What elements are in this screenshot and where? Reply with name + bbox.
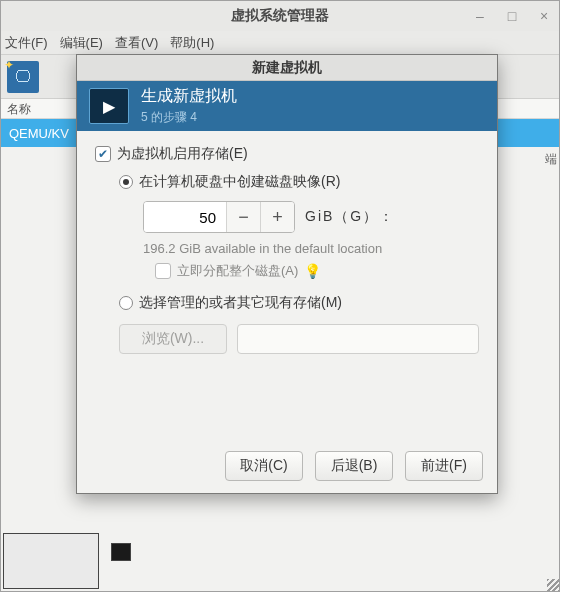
managed-storage-label: 选择管理的或者其它现有存储(M) xyxy=(139,294,342,312)
cancel-button[interactable]: 取消(C) xyxy=(225,451,303,481)
browse-button: 浏览(W)... xyxy=(119,324,227,354)
increment-button[interactable]: + xyxy=(260,202,294,232)
banner-heading: 生成新虚拟机 xyxy=(141,86,237,107)
resize-grip-icon[interactable] xyxy=(547,579,559,591)
available-space-hint: 196.2 GiB available in the default locat… xyxy=(143,241,479,256)
vm-banner-icon: ▶ xyxy=(89,88,129,124)
managed-storage-radio[interactable] xyxy=(119,296,133,310)
banner-step: 5 的步骤 4 xyxy=(141,109,237,126)
play-icon: ▶ xyxy=(103,97,115,116)
dialog-banner: ▶ 生成新虚拟机 5 的步骤 4 xyxy=(77,81,497,131)
disk-size-unit: GiB（G）： xyxy=(305,208,395,226)
enable-storage-checkbox[interactable]: ✔ xyxy=(95,146,111,162)
dialog-body: ✔ 为虚拟机启用存储(E) 在计算机硬盘中创建磁盘映像(R) − + GiB（G… xyxy=(77,131,497,368)
menu-view[interactable]: 查看(V) xyxy=(115,34,158,52)
disk-size-input[interactable] xyxy=(144,202,226,232)
allocate-now-label: 立即分配整个磁盘(A) xyxy=(177,262,298,280)
menu-file[interactable]: 文件(F) xyxy=(5,34,48,52)
vmm-titlebar: 虚拟系统管理器 – □ × xyxy=(1,1,559,31)
maximize-icon[interactable]: □ xyxy=(501,5,523,27)
new-vm-dialog: 新建虚拟机 ▶ 生成新虚拟机 5 的步骤 4 ✔ 为虚拟机启用存储(E) 在计算… xyxy=(76,54,498,494)
create-disk-label: 在计算机硬盘中创建磁盘映像(R) xyxy=(139,173,340,191)
truncated-text: 端 xyxy=(545,151,557,168)
enable-storage-label: 为虚拟机启用存储(E) xyxy=(117,145,248,163)
decrement-button[interactable]: − xyxy=(226,202,260,232)
menu-help[interactable]: 帮助(H) xyxy=(170,34,214,52)
dialog-footer: 取消(C) 后退(B) 前进(F) xyxy=(225,451,483,481)
allocate-now-checkbox[interactable] xyxy=(155,263,171,279)
new-vm-button[interactable]: 🖵 ✦ xyxy=(7,61,39,93)
minimize-icon[interactable]: – xyxy=(469,5,491,27)
back-button[interactable]: 后退(B) xyxy=(315,451,393,481)
vmm-menubar: 文件(F) 编辑(E) 查看(V) 帮助(H) xyxy=(1,31,559,55)
monitor-icon: 🖵 xyxy=(15,68,31,86)
menu-edit[interactable]: 编辑(E) xyxy=(60,34,103,52)
star-icon: ✦ xyxy=(4,58,14,72)
forward-button[interactable]: 前进(F) xyxy=(405,451,483,481)
background-fragments xyxy=(1,529,559,591)
disk-size-spinner: − + xyxy=(143,201,295,233)
bulb-icon[interactable]: 💡 xyxy=(304,263,321,279)
close-icon[interactable]: × xyxy=(533,5,555,27)
create-disk-radio[interactable] xyxy=(119,175,133,189)
storage-path-field xyxy=(237,324,479,354)
dialog-title: 新建虚拟机 xyxy=(77,55,497,81)
